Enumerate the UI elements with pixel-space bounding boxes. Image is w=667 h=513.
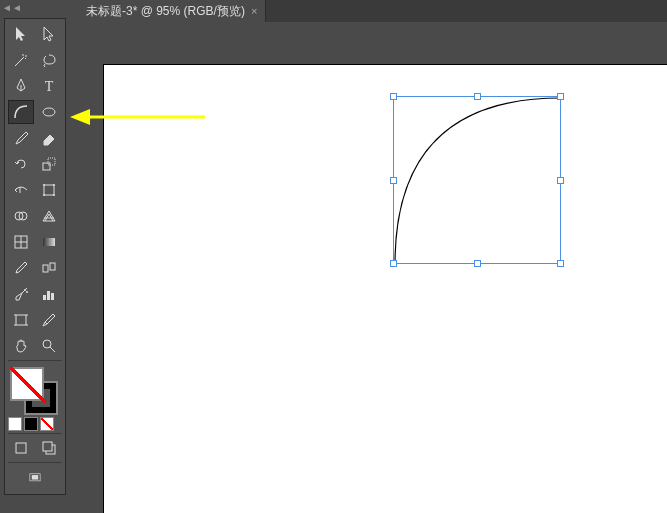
paintbrush-tool[interactable] (8, 126, 34, 150)
handle-s[interactable] (474, 260, 481, 267)
svg-point-15 (24, 289, 26, 291)
handle-se[interactable] (557, 260, 564, 267)
svg-rect-18 (47, 291, 50, 300)
document-tab[interactable]: 未标题-3* @ 95% (RGB/预览) × (78, 0, 266, 22)
svg-text:T: T (45, 79, 54, 94)
color-mode-swatches (8, 417, 62, 431)
width-tool[interactable] (8, 178, 34, 202)
svg-rect-12 (43, 238, 55, 246)
svg-rect-13 (43, 265, 48, 272)
fill-swatch[interactable] (10, 367, 44, 401)
handle-n[interactable] (474, 93, 481, 100)
svg-rect-20 (16, 315, 26, 325)
handle-w[interactable] (390, 177, 397, 184)
close-tab-icon[interactable]: × (251, 5, 257, 17)
magic-wand-tool[interactable] (8, 48, 34, 72)
free-transform-tool[interactable] (36, 178, 62, 202)
column-graph-tool[interactable] (36, 282, 62, 306)
toolbar-divider (8, 360, 62, 361)
svg-rect-2 (43, 163, 50, 170)
svg-point-6 (53, 184, 55, 186)
svg-point-5 (43, 184, 45, 186)
toolbar-divider (8, 462, 62, 463)
color-mode-none[interactable] (40, 417, 54, 431)
handle-nw[interactable] (390, 93, 397, 100)
svg-rect-19 (51, 293, 54, 300)
hand-tool[interactable] (8, 334, 34, 358)
eraser-tool[interactable] (36, 126, 62, 150)
svg-point-16 (26, 291, 28, 293)
rotate-tool[interactable] (8, 152, 34, 176)
svg-rect-4 (44, 185, 54, 195)
blend-tool[interactable] (36, 256, 62, 280)
svg-point-21 (43, 340, 51, 348)
direct-selection-tool[interactable] (36, 22, 62, 46)
mesh-tool[interactable] (8, 230, 34, 254)
perspective-grid-tool[interactable] (36, 204, 62, 228)
canvas-area (78, 22, 667, 513)
svg-point-8 (53, 194, 55, 196)
color-mode-black[interactable] (24, 417, 38, 431)
svg-rect-17 (43, 295, 46, 300)
gradient-tool[interactable] (36, 230, 62, 254)
svg-rect-22 (16, 443, 26, 453)
fill-stroke-swatches[interactable] (8, 365, 64, 413)
eyedropper-tool[interactable] (8, 256, 34, 280)
selection-bounding-box[interactable] (393, 96, 561, 264)
annotation-arrow (70, 107, 210, 127)
tools-panel: T (4, 18, 66, 495)
document-tab-bar: 未标题-3* @ 95% (RGB/预览) × (78, 0, 667, 22)
svg-marker-28 (70, 109, 90, 125)
selection-tool[interactable] (8, 22, 34, 46)
svg-rect-3 (48, 158, 55, 165)
draw-mode-behind[interactable] (36, 436, 62, 460)
arc-tool[interactable] (8, 100, 34, 124)
draw-mode-normal[interactable] (8, 436, 34, 460)
svg-rect-14 (50, 263, 55, 270)
collapse-panels-button[interactable]: ◄◄ (2, 2, 18, 14)
screen-mode-button[interactable] (8, 465, 62, 489)
scale-tool[interactable] (36, 152, 62, 176)
symbol-sprayer-tool[interactable] (8, 282, 34, 306)
artboard[interactable] (103, 64, 667, 513)
pen-tool[interactable] (8, 74, 34, 98)
type-tool[interactable]: T (36, 74, 62, 98)
ellipse-tool[interactable] (36, 100, 62, 124)
handle-e[interactable] (557, 177, 564, 184)
artboard-tool[interactable] (8, 308, 34, 332)
toolbar-divider (8, 433, 62, 434)
lasso-tool[interactable] (36, 48, 62, 72)
zoom-tool[interactable] (36, 334, 62, 358)
shape-builder-tool[interactable] (8, 204, 34, 228)
document-tab-title: 未标题-3* @ 95% (RGB/预览) (86, 3, 245, 20)
svg-rect-24 (43, 442, 52, 451)
color-mode-white[interactable] (8, 417, 22, 431)
slice-tool[interactable] (36, 308, 62, 332)
handle-sw[interactable] (390, 260, 397, 267)
svg-point-7 (43, 194, 45, 196)
svg-point-1 (43, 108, 55, 116)
handle-ne[interactable] (557, 93, 564, 100)
svg-rect-26 (32, 475, 38, 480)
